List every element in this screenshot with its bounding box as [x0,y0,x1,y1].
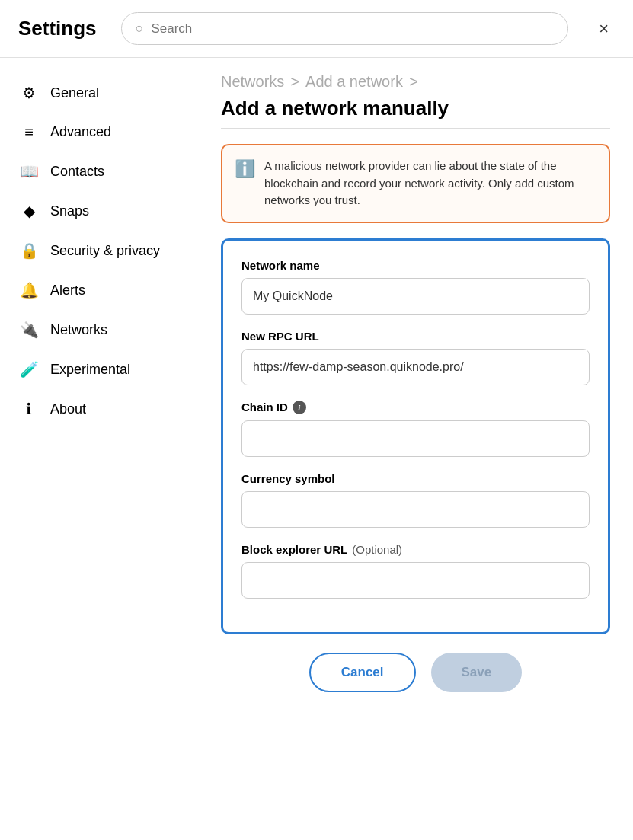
breadcrumb: Networks > Add a network > Add a network… [221,73,610,120]
sidebar-label-advanced: Advanced [50,124,111,140]
label-text-network-name: Network name [241,259,320,272]
sidebar-item-contacts[interactable]: 📖 Contacts [8,152,190,191]
form-group-currency-symbol: Currency symbol [241,472,590,528]
sidebar-item-networks[interactable]: 🔌 Networks [8,310,190,350]
label-text-chain-id: Chain ID [241,401,288,414]
sidebar-label-alerts: Alerts [50,283,85,299]
sidebar-label-contacts: Contacts [50,164,104,180]
breadcrumb-sep1: > [290,73,299,91]
input-currency-symbol[interactable] [241,491,590,528]
form-label-new-rpc-url: New RPC URL [241,330,590,343]
breadcrumb-step1: Networks [221,73,284,91]
search-input[interactable] [151,21,554,37]
button-row: Cancel Save [221,653,610,692]
close-button[interactable]: × [593,16,615,42]
sidebar-icon-experimental: 🧪 [20,360,38,378]
warning-box: ℹ️ A malicious network provider can lie … [221,144,610,223]
form-label-network-name: Network name [241,259,590,272]
divider [221,128,610,129]
breadcrumb-sep2: > [409,73,418,91]
sidebar-item-advanced[interactable]: ≡ Advanced [8,113,190,152]
sidebar-icon-alerts: 🔔 [20,281,38,299]
warning-info-icon: ℹ️ [235,159,255,179]
input-new-rpc-url[interactable] [241,349,590,385]
input-network-name[interactable] [241,278,590,315]
breadcrumb-current: Add a network manually [221,97,449,120]
info-icon-chain-id[interactable]: i [293,401,306,414]
sidebar: ⚙ General ≡ Advanced 📖 Contacts ◆ Snaps … [0,58,198,840]
label-text-new-rpc-url: New RPC URL [241,330,319,343]
input-block-explorer-url[interactable] [241,562,590,599]
sidebar-item-about[interactable]: ℹ About [8,389,190,429]
page-title: Settings [18,17,97,40]
search-icon: ○ [136,21,144,37]
form-group-block-explorer-url: Block explorer URL (Optional) [241,543,590,599]
cancel-button[interactable]: Cancel [309,653,416,692]
sidebar-icon-contacts: 📖 [20,162,38,180]
sidebar-label-snaps: Snaps [50,203,89,219]
sidebar-icon-snaps: ◆ [20,202,38,220]
label-text-block-explorer-url: Block explorer URL [241,543,347,556]
sidebar-item-general[interactable]: ⚙ General [8,73,190,113]
form-label-currency-symbol: Currency symbol [241,472,590,485]
sidebar-icon-security-privacy: 🔒 [20,241,38,260]
form-group-chain-id: Chain ID i [241,401,590,457]
label-text-currency-symbol: Currency symbol [241,472,335,485]
warning-text: A malicious network provider can lie abo… [264,158,596,209]
sidebar-label-networks: Networks [50,322,107,338]
content-area: Networks > Add a network > Add a network… [198,58,633,840]
header: Settings ○ × [0,0,633,58]
sidebar-icon-networks: 🔌 [20,321,38,339]
main-layout: ⚙ General ≡ Advanced 📖 Contacts ◆ Snaps … [0,58,633,840]
sidebar-item-alerts[interactable]: 🔔 Alerts [8,270,190,310]
form-label-chain-id: Chain ID i [241,401,590,414]
optional-text-block-explorer-url: (Optional) [352,543,402,556]
search-bar: ○ [121,12,569,45]
save-button: Save [431,653,523,692]
sidebar-label-security-privacy: Security & privacy [50,243,160,259]
sidebar-item-experimental[interactable]: 🧪 Experimental [8,350,190,389]
input-chain-id[interactable] [241,420,590,457]
sidebar-icon-general: ⚙ [20,84,38,102]
sidebar-label-about: About [50,401,86,417]
sidebar-icon-about: ℹ [20,400,38,418]
sidebar-icon-advanced: ≡ [20,123,38,141]
breadcrumb-step2: Add a network [305,73,403,91]
form-group-network-name: Network name [241,259,590,315]
form-group-new-rpc-url: New RPC URL [241,330,590,385]
form-label-block-explorer-url: Block explorer URL (Optional) [241,543,590,556]
sidebar-item-snaps[interactable]: ◆ Snaps [8,191,190,231]
sidebar-item-security-privacy[interactable]: 🔒 Security & privacy [8,231,190,270]
sidebar-label-experimental: Experimental [50,362,130,378]
network-form: Network nameNew RPC URLChain ID iCurrenc… [221,238,610,634]
sidebar-label-general: General [50,85,99,101]
